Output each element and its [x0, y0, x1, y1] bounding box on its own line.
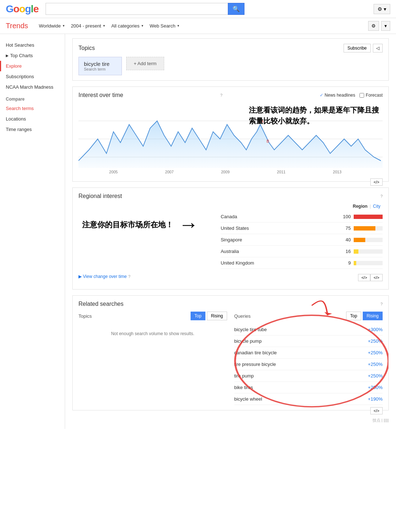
regional-embed-button[interactable]: </>: [358, 274, 370, 281]
query-name: bicycle wheel: [234, 396, 262, 402]
interest-help-icon[interactable]: ?: [220, 93, 222, 97]
date-range-dropdown[interactable]: 2004 - present: [71, 23, 106, 29]
topics-col-label: Topics: [78, 313, 92, 319]
navbar: Trends Worldwide 2004 - present All cate…: [0, 18, 396, 34]
related-queries-col: Queries Top Rising bicycle tire tube +30…: [234, 312, 383, 405]
view-change-embed-row: </> </>: [358, 272, 383, 281]
queries-top-button[interactable]: Top: [346, 312, 361, 320]
categories-dropdown[interactable]: All categories: [111, 23, 144, 29]
arrow-right-icon: →: [179, 215, 199, 235]
region-name: United States: [221, 225, 340, 231]
related-searches-help-icon[interactable]: ?: [380, 302, 383, 306]
topics-chips: bicycle tire Search term + Add term: [78, 57, 383, 75]
city-tab[interactable]: City: [371, 204, 383, 209]
query-value: +300%: [368, 327, 383, 332]
search-type-dropdown[interactable]: Web Search: [150, 23, 180, 29]
view-change-help-icon[interactable]: ?: [128, 274, 131, 279]
google-logo: Google: [6, 3, 38, 15]
topics-header: Topics Subscribe ◁: [78, 44, 383, 52]
related-embed-button[interactable]: </>: [370, 407, 383, 414]
region-value: 16: [340, 249, 351, 254]
main-layout: Hot Searches Top Charts Explore Subscrip…: [0, 34, 396, 429]
regional-header: Regional interest ?: [78, 193, 383, 199]
svg-text:2007: 2007: [165, 170, 174, 174]
interest-header: Interest over time ? ✓ News headlines Fo…: [78, 92, 383, 98]
header-right: ⚙ ▾: [374, 4, 390, 14]
query-name: tire pressure bicycle: [234, 362, 276, 367]
view-change-embed-button[interactable]: </>: [370, 274, 383, 281]
sidebar-item-subscriptions[interactable]: Subscriptions: [0, 71, 65, 82]
queries-rising-button[interactable]: Rising: [363, 312, 383, 320]
trends-logo: Trends: [6, 22, 28, 30]
queries-list: bicycle tire tube +300% bicycle pump +25…: [234, 324, 383, 405]
region-bar-bg: [354, 226, 383, 231]
topics-col-header: Topics Top Rising: [78, 312, 227, 320]
query-value: +250%: [368, 350, 383, 355]
related-topics-col: Topics Top Rising Not enough search volu…: [78, 312, 227, 405]
region-value: 100: [340, 214, 351, 219]
settings-button[interactable]: ⚙ ▾: [374, 4, 390, 14]
view-change-link[interactable]: ▶ View change over time ?: [78, 274, 131, 279]
region-row: Canada 100: [221, 211, 383, 223]
region-name: Singapore: [221, 237, 340, 242]
search-term-chip[interactable]: bicycle tire Search term: [78, 57, 122, 75]
related-searches-title: Related searches: [78, 301, 124, 307]
query-name: bicycle tire tube: [234, 327, 267, 332]
content: Topics Subscribe ◁ bicycle tire Search t…: [65, 34, 396, 429]
region-bar: [354, 238, 365, 242]
sidebar-item-hot-searches[interactable]: Hot Searches: [0, 40, 65, 50]
subscribe-button[interactable]: Subscribe: [344, 44, 371, 52]
query-row: tire pressure bicycle +250%: [234, 359, 383, 370]
search-input[interactable]: [46, 3, 228, 15]
search-button[interactable]: 🔍: [228, 3, 244, 15]
topics-actions: Subscribe ◁: [344, 44, 383, 52]
query-name: bike tires: [234, 385, 253, 390]
news-headlines-check[interactable]: ✓ News headlines: [320, 93, 355, 98]
regional-interest-section: Regional interest ? 注意你的目标市场所在地！ → Regio…: [72, 187, 389, 290]
sidebar-item-locations[interactable]: Locations: [0, 114, 65, 124]
region-bar-bg: [354, 261, 383, 265]
regional-cn-text: 注意你的目标市场所在地！: [82, 219, 173, 231]
svg-text:2013: 2013: [333, 170, 342, 174]
topics-title: Topics: [78, 45, 95, 51]
add-term-button[interactable]: + Add term: [126, 57, 164, 70]
worldwide-dropdown[interactable]: Worldwide: [39, 23, 65, 29]
sidebar-item-search-terms[interactable]: Search terms: [0, 103, 65, 114]
share-button[interactable]: ◁: [373, 44, 383, 52]
query-row: bicycle tire tube +300%: [234, 324, 383, 335]
query-row: canadian tire bicycle +250%: [234, 347, 383, 359]
regional-title: Regional interest: [78, 193, 122, 199]
query-value: +250%: [368, 373, 383, 379]
topics-section: Topics Subscribe ◁ bicycle tire Search t…: [72, 38, 389, 81]
queries-col-label: Queries: [234, 313, 251, 319]
query-row: bicycle wheel +190%: [234, 393, 383, 405]
region-name: United Kingdom: [221, 260, 340, 266]
chart-area: 2005 2007 2009 2011 2013 A B 注意看该词的趋势，如果…: [78, 103, 383, 176]
query-value: +200%: [368, 385, 383, 390]
sidebar-item-time-ranges[interactable]: Time ranges: [0, 124, 65, 135]
sidebar-item-ncaa[interactable]: NCAA March Madness: [0, 82, 65, 92]
query-row: tire pump +250%: [234, 370, 383, 382]
search-bar: 🔍: [46, 3, 244, 15]
sidebar-item-top-charts[interactable]: Top Charts: [0, 50, 65, 61]
topics-rising-button[interactable]: Rising: [207, 312, 227, 320]
more-btn[interactable]: ▾: [381, 21, 390, 31]
queries-col-header: Queries Top Rising: [234, 312, 383, 320]
region-tab[interactable]: Region: [351, 204, 370, 209]
watermark: 技点 | |||||: [72, 416, 389, 425]
header: Google 🔍 ⚙ ▾: [0, 0, 396, 18]
region-row: Australia 16: [221, 246, 383, 257]
forecast-check[interactable]: Forecast: [359, 93, 383, 98]
query-name: canadian tire bicycle: [234, 350, 277, 355]
topics-top-button[interactable]: Top: [191, 312, 205, 320]
regional-left: 注意你的目标市场所在地！ →: [78, 204, 213, 269]
query-value: +190%: [368, 396, 383, 402]
queries-tab-group: Top Rising: [346, 312, 383, 320]
regional-help-icon[interactable]: ?: [380, 194, 383, 198]
settings-icon-btn[interactable]: ⚙: [368, 21, 379, 31]
chart-embed-button[interactable]: </>: [370, 178, 383, 186]
query-row: bicycle pump +250%: [234, 335, 383, 347]
chip-term-label: Search term: [84, 67, 116, 71]
region-bar-bg: [354, 215, 383, 219]
sidebar-item-explore[interactable]: Explore: [0, 61, 65, 71]
